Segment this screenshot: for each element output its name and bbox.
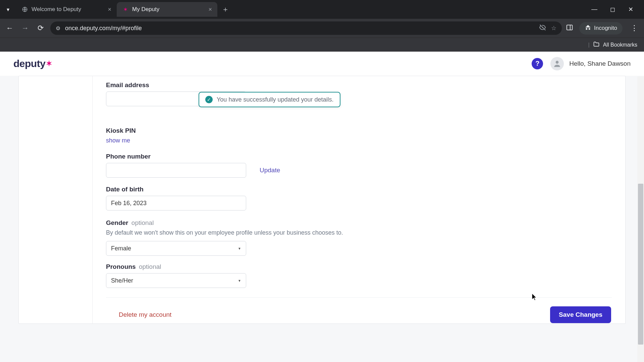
svg-point-3 [556,61,559,64]
url-box[interactable]: ⚙ once.deputy.com/my/#profile ☆ [50,21,562,35]
profile-card: ✓ You have successfully updated your det… [18,76,626,324]
star-icon[interactable]: ☆ [551,24,556,32]
eye-off-icon[interactable] [539,24,546,33]
minimize-icon[interactable]: — [590,6,599,13]
tab-welcome[interactable]: Welcome to Deputy × [16,2,117,17]
vertical-scrollbar[interactable] [637,76,644,362]
kiosk-show-me-link[interactable]: show me [106,137,130,144]
bookmark-bar: | All Bookmarks [0,38,644,52]
all-bookmarks-link[interactable]: All Bookmarks [603,42,637,48]
close-window-icon[interactable]: ✕ [626,6,635,13]
url-text: once.deputy.com/my/#profile [65,25,534,32]
kiosk-label: Kiosk PIN [106,127,612,134]
field-pronouns: Pronouns optional She/Her ▼ [106,263,612,288]
field-dob: Date of birth Feb 16, 2023 [106,186,612,210]
gender-help-text: By default we won't show this on your em… [106,229,612,236]
card-body: ✓ You have successfully updated your det… [93,76,625,323]
incognito-chip[interactable]: Incognito [579,22,623,35]
card-left-nav [19,76,93,323]
chevron-down-icon: ▾ [7,6,9,13]
kebab-menu-icon[interactable]: ⋮ [629,24,640,33]
tab-strip: ▾ Welcome to Deputy × ✶ My Deputy × ＋ — … [0,0,644,19]
email-label: Email address [106,81,612,89]
scrollbar-thumb[interactable] [638,184,643,345]
deputy-logo[interactable]: deputy✶ [13,58,52,69]
forward-button[interactable]: → [19,22,31,34]
gender-value: Female [111,245,131,252]
tab-label: My Deputy [132,6,159,13]
sparkle-icon: ✶ [46,59,52,68]
site-settings-icon[interactable]: ⚙ [56,25,60,32]
save-changes-button[interactable]: Save Changes [550,306,611,323]
svg-rect-1 [567,25,573,30]
gender-label: Gender optional [106,219,612,227]
new-tab-button[interactable]: ＋ [219,3,231,15]
app-header: deputy✶ ? Hello, Shane Dawson [0,52,644,76]
tab-search-dropdown[interactable]: ▾ [3,4,13,15]
phone-label: Phone number [106,153,612,160]
maximize-icon[interactable]: ◻ [608,6,617,13]
address-bar: ← → ⟳ ⚙ once.deputy.com/my/#profile ☆ In… [0,19,644,38]
field-gender: Gender optional By default we won't show… [106,219,612,256]
pronouns-value: She/Her [111,277,133,284]
gender-select[interactable]: Female ▼ [106,241,246,256]
person-icon [553,59,561,68]
toast-text: You have successfully updated your detai… [217,96,334,103]
pronouns-label: Pronouns optional [106,263,612,270]
folder-icon [593,41,600,49]
close-icon[interactable]: × [208,6,212,13]
back-button[interactable]: ← [4,22,15,34]
gender-optional: optional [131,219,154,226]
footer-row: Delete my account Save Changes [106,298,612,323]
logo-text: deputy [13,58,45,69]
incognito-icon [585,24,591,33]
field-kiosk-pin: Kiosk PIN show me [106,127,612,144]
avatar[interactable] [550,57,564,70]
dob-input[interactable]: Feb 16, 2023 [106,196,246,210]
chevron-down-icon: ▼ [238,247,241,250]
browser-chrome: ▾ Welcome to Deputy × ✶ My Deputy × ＋ — … [0,0,644,52]
chevron-down-icon: ▼ [238,279,241,283]
deputy-favicon-icon: ✶ [122,6,129,13]
check-circle-icon: ✓ [205,96,213,103]
page-wrap: ✓ You have successfully updated your det… [0,76,644,362]
question-icon: ? [535,60,539,67]
globe-icon [21,6,28,13]
window-controls: — ◻ ✕ [590,6,641,13]
toolbar-right: Incognito ⋮ [566,22,640,35]
sidepanel-icon[interactable] [566,24,573,33]
phone-update-button[interactable]: Update [260,167,280,174]
dob-label: Date of birth [106,186,612,193]
field-phone: Phone number Update [106,153,612,178]
pronouns-select[interactable]: She/Her ▼ [106,273,246,288]
incognito-label: Incognito [594,25,617,32]
success-toast: ✓ You have successfully updated your det… [199,92,340,107]
dob-value: Feb 16, 2023 [111,200,147,207]
delete-account-link[interactable]: Delete my account [119,311,171,318]
tab-label: Welcome to Deputy [32,6,81,13]
pronouns-optional: optional [139,263,161,270]
greeting-text: Hello, Shane Dawson [569,60,631,67]
phone-input[interactable] [106,163,246,178]
tab-my-deputy[interactable]: ✶ My Deputy × [117,2,217,17]
reload-button[interactable]: ⟳ [35,22,46,34]
help-button[interactable]: ? [532,58,543,69]
field-email: Email address Update [106,81,612,106]
close-icon[interactable]: × [108,6,111,13]
